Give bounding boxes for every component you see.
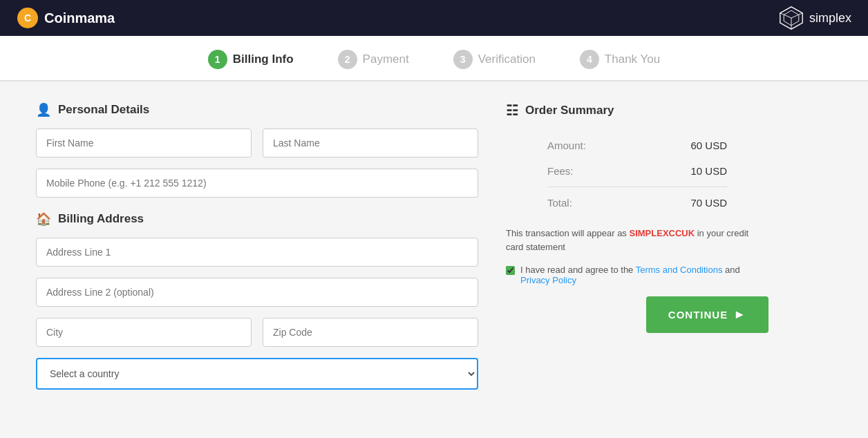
simplex-label: simplex bbox=[809, 11, 851, 26]
coinmama-logo: C Coinmama bbox=[17, 7, 115, 29]
privacy-link[interactable]: Privacy Policy bbox=[520, 275, 576, 285]
steps-bar: 1 Billing Info 2 Payment 3 Verification … bbox=[0, 36, 868, 82]
address1-input[interactable] bbox=[36, 238, 478, 267]
agree-before: I have read and agree to the bbox=[520, 265, 636, 275]
amount-row: Amount: 60 USD bbox=[506, 133, 768, 158]
zip-input[interactable] bbox=[263, 318, 478, 347]
step-1-circle: 1 bbox=[208, 50, 227, 69]
country-select[interactable]: Select a country bbox=[36, 358, 478, 390]
personal-details-label: Personal Details bbox=[58, 103, 149, 117]
agree-row: I have read and agree to the Terms and C… bbox=[506, 265, 768, 285]
step-billing: 1 Billing Info bbox=[186, 50, 316, 80]
city-input[interactable] bbox=[36, 318, 252, 347]
fees-value: 10 USD bbox=[690, 165, 727, 177]
home-icon: 🏠 bbox=[36, 211, 51, 227]
step-payment: 2 Payment bbox=[316, 50, 431, 80]
agree-middle: and bbox=[722, 265, 739, 275]
order-divider bbox=[547, 187, 727, 187]
list-icon: ☷ bbox=[506, 102, 518, 119]
step-3-circle: 3 bbox=[453, 50, 473, 69]
country-row: Select a country bbox=[36, 358, 478, 390]
address2-input[interactable] bbox=[36, 278, 478, 307]
continue-button[interactable]: CONTINUE ► bbox=[646, 296, 768, 333]
mobile-row bbox=[36, 169, 478, 198]
arrow-right-icon: ► bbox=[733, 307, 746, 322]
total-value: 70 USD bbox=[690, 197, 727, 209]
right-panel: ☷ Order Summary Amount: 60 USD Fees: 10 … bbox=[506, 102, 768, 390]
name-row bbox=[36, 128, 478, 158]
step-2-circle: 2 bbox=[338, 50, 357, 69]
agree-text: I have read and agree to the Terms and C… bbox=[520, 265, 768, 285]
billing-address-heading: 🏠 Billing Address bbox=[36, 211, 478, 227]
svg-text:C: C bbox=[24, 12, 31, 23]
step-2-label: Payment bbox=[363, 53, 409, 66]
city-zip-row bbox=[36, 318, 478, 347]
order-summary-heading: ☷ Order Summary bbox=[506, 102, 768, 119]
continue-label: CONTINUE bbox=[668, 309, 728, 321]
step-1-label: Billing Info bbox=[233, 53, 294, 66]
step-4-label: Thank You bbox=[605, 53, 660, 66]
last-name-input[interactable] bbox=[263, 128, 478, 158]
main-content: 👤 Personal Details 🏠 Billing Address bbox=[19, 82, 849, 410]
agree-checkbox[interactable] bbox=[506, 266, 515, 275]
left-panel: 👤 Personal Details 🏠 Billing Address bbox=[36, 102, 478, 390]
address2-row bbox=[36, 278, 478, 307]
transaction-note-before: This transaction will appear as bbox=[506, 228, 629, 238]
coinmama-icon: C bbox=[17, 7, 39, 29]
merchant-name: SIMPLEXCCUK bbox=[629, 228, 695, 238]
transaction-note: This transaction will appear as SIMPLEXC… bbox=[506, 227, 768, 254]
fees-row: Fees: 10 USD bbox=[506, 158, 768, 184]
step-3-label: Verification bbox=[478, 53, 536, 66]
mobile-input[interactable] bbox=[36, 169, 478, 198]
total-label: Total: bbox=[547, 197, 572, 209]
billing-address-label: Billing Address bbox=[58, 212, 144, 226]
total-row: Total: 70 USD bbox=[506, 190, 768, 216]
terms-link[interactable]: Terms and Conditions bbox=[636, 265, 723, 275]
coinmama-label: Coinmama bbox=[44, 10, 115, 26]
amount-value: 60 USD bbox=[690, 140, 727, 151]
amount-label: Amount: bbox=[547, 140, 586, 151]
header: C Coinmama simplex bbox=[0, 0, 868, 36]
personal-details-heading: 👤 Personal Details bbox=[36, 102, 478, 117]
order-rows: Amount: 60 USD Fees: 10 USD Total: 70 US… bbox=[506, 133, 768, 216]
order-summary-label: Order Summary bbox=[525, 104, 614, 117]
address1-row bbox=[36, 238, 478, 267]
step-thankyou: 4 Thank You bbox=[558, 50, 682, 80]
step-4-circle: 4 bbox=[580, 50, 599, 69]
fees-label: Fees: bbox=[547, 165, 574, 177]
simplex-icon bbox=[779, 6, 804, 30]
step-verification: 3 Verification bbox=[431, 50, 558, 80]
person-icon: 👤 bbox=[36, 102, 51, 117]
simplex-logo: simplex bbox=[779, 6, 851, 30]
first-name-input[interactable] bbox=[36, 128, 252, 158]
